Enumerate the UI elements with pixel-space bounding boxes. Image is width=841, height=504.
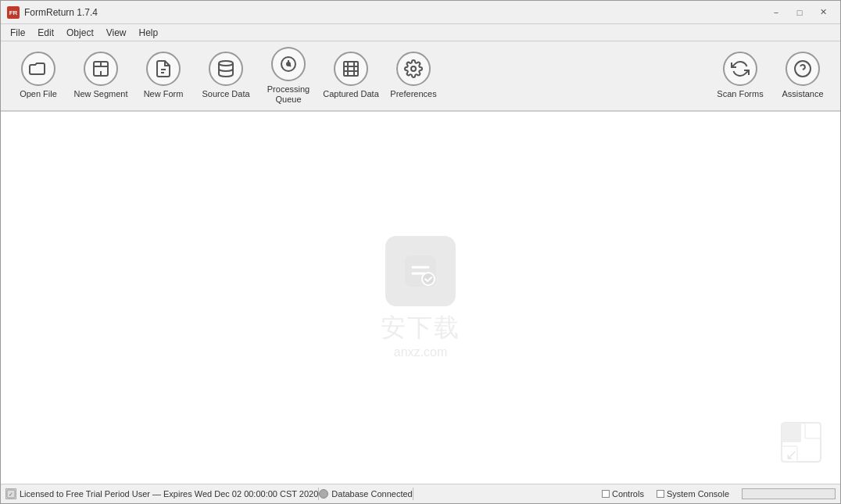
watermark-text-cn: 安下载 [381, 311, 460, 345]
progress-bar [742, 488, 836, 499]
title-bar: FR FormReturn 1.7.4 − □ ✕ [1, 1, 840, 24]
controls-label: Controls [612, 489, 644, 499]
app-icon: FR [7, 6, 20, 19]
new-form-button[interactable]: New Form [132, 44, 195, 108]
watermark: 安下载 anxz.com [381, 236, 460, 359]
main-content: 安下载 anxz.com ↙ [1, 112, 840, 484]
new-segment-button[interactable]: New Segment [70, 44, 132, 108]
toolbar: Open File New Segment New Form [1, 41, 840, 112]
menu-view[interactable]: View [100, 24, 133, 41]
controls-checkbox[interactable] [602, 490, 610, 498]
source-data-icon [209, 52, 243, 86]
app-title: FormReturn 1.7.4 [24, 7, 765, 18]
processing-queue-label: Processing Queue [260, 84, 317, 105]
watermark-text-url: anxz.com [394, 345, 447, 359]
open-file-label: Open File [20, 89, 57, 99]
scan-forms-button[interactable]: Scan Forms [709, 44, 771, 108]
captured-data-icon [334, 52, 368, 86]
db-section: Database Connected [319, 489, 412, 499]
scan-forms-label: Scan Forms [717, 89, 763, 99]
console-section: System Console [650, 489, 735, 499]
preferences-button[interactable]: Preferences [382, 44, 445, 108]
open-file-button[interactable]: Open File [7, 44, 70, 108]
menu-file[interactable]: File [4, 24, 31, 41]
watermark-icon [385, 236, 456, 306]
new-form-label: New Form [144, 89, 184, 99]
menu-help[interactable]: Help [133, 24, 165, 41]
menu-bar: File Edit Object View Help [1, 24, 840, 41]
assistance-button[interactable]: Assistance [771, 44, 834, 108]
svg-text:↙: ↙ [786, 447, 797, 463]
new-form-icon [146, 52, 181, 86]
preferences-icon [396, 52, 431, 86]
status-right: Controls System Console [596, 488, 836, 499]
svg-text:✓: ✓ [9, 491, 13, 497]
corner-decoration: ↙ [778, 419, 825, 468]
new-segment-label: New Segment [73, 89, 127, 99]
db-indicator [319, 489, 328, 499]
source-data-label: Source Data [202, 89, 249, 99]
window-controls: − □ ✕ [765, 5, 834, 20]
console-label: System Console [667, 489, 729, 499]
svg-point-20 [422, 273, 435, 285]
menu-edit[interactable]: Edit [31, 24, 60, 41]
svg-point-10 [287, 63, 290, 66]
minimize-button[interactable]: − [765, 5, 787, 20]
license-icon: ✓ [5, 488, 16, 499]
svg-point-16 [411, 66, 416, 71]
svg-rect-19 [405, 256, 436, 287]
new-segment-icon [84, 52, 118, 86]
maximize-button[interactable]: □ [789, 5, 811, 20]
assistance-label: Assistance [782, 89, 823, 99]
controls-section: Controls [596, 489, 650, 499]
preferences-label: Preferences [390, 89, 436, 99]
processing-queue-icon [271, 47, 306, 81]
menu-object[interactable]: Object [60, 24, 100, 41]
license-text: Licensed to Free Trial Period User — Exp… [20, 489, 318, 499]
console-checkbox[interactable] [657, 490, 664, 498]
db-status-text: Database Connected [331, 489, 412, 499]
open-file-icon [21, 52, 55, 86]
scan-forms-icon [723, 52, 757, 86]
svg-rect-11 [344, 62, 358, 76]
license-section: ✓ Licensed to Free Trial Period User — E… [5, 488, 318, 499]
close-button[interactable]: ✕ [812, 5, 834, 20]
processing-queue-button[interactable]: Processing Queue [257, 44, 320, 108]
source-data-button[interactable]: Source Data [195, 44, 257, 108]
captured-data-label: Captured Data [323, 89, 379, 99]
svg-rect-22 [782, 423, 801, 442]
status-divider-2 [413, 488, 413, 500]
assistance-icon [786, 52, 820, 86]
svg-point-8 [219, 61, 233, 66]
svg-text:FR: FR [9, 9, 18, 16]
svg-rect-23 [805, 423, 821, 438]
status-bar: ✓ Licensed to Free Trial Period User — E… [1, 484, 840, 503]
captured-data-button[interactable]: Captured Data [320, 44, 382, 108]
